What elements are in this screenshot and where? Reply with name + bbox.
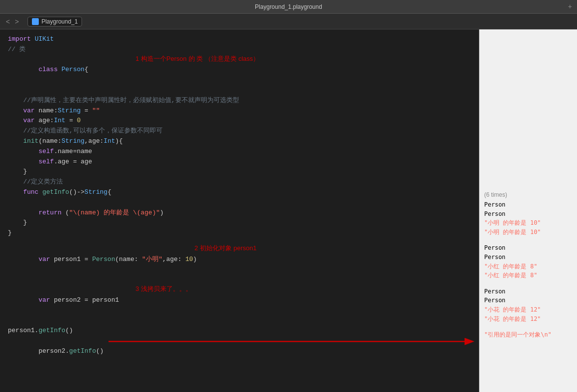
- output-line-s4-1: "引用的是同一个对象\n": [484, 330, 572, 340]
- output-line-s1-3: "小明 的年龄是 10": [484, 218, 572, 228]
- window-title: Playground_1.playground: [255, 3, 322, 10]
- output-line-s3-3: "小花 的年龄是 12": [484, 305, 572, 314]
- code-line-9: self.name=name: [8, 147, 471, 157]
- output-line-s2-1: Person: [484, 243, 572, 253]
- output-line-s1-4: "小明 的年龄是 10": [484, 228, 572, 237]
- output-line-s2-4: "小红 的年龄是 8": [484, 271, 572, 280]
- code-line-15: return ("\(name) 的年龄是 \(age)"): [8, 208, 471, 218]
- playground-icon: [32, 18, 39, 25]
- output-line-s1-2: Person: [484, 209, 572, 219]
- code-line-10: self.age = age: [8, 157, 471, 167]
- annotation-1: 1 构造一个Person 的 类 （注意是类 class）: [136, 54, 259, 64]
- code-line-12: //定义类方法: [8, 177, 471, 187]
- tab-back-button[interactable]: <: [4, 17, 12, 26]
- annotation-3: 3 浅拷贝来了。。。: [136, 284, 192, 294]
- add-panel-button[interactable]: +: [568, 3, 572, 11]
- spacer-2: [8, 387, 471, 392]
- code-line-5: var name:String = "": [8, 106, 471, 116]
- code-line-8: init(name:String,age:Int){: [8, 136, 471, 147]
- tab-bar: < > Playground_1: [0, 14, 577, 29]
- times-label: (6 times): [484, 191, 572, 198]
- arrow-1: [109, 336, 477, 347]
- code-line-6: var age:Int = 0: [8, 116, 471, 126]
- code-line-18: var person1 = Person(name: "小明",age: 10)…: [8, 244, 471, 285]
- output-section-3: Person Person "小花 的年龄是 12" "小花 的年龄是 12": [484, 287, 572, 323]
- editor-wrapper: import UIKit // 类 class Person{ 1 构造一个Pe…: [8, 34, 471, 392]
- code-line-17: }: [8, 228, 471, 238]
- code-line-19: var person2 = person1 3 浅拷贝来了。。。: [8, 285, 471, 326]
- code-line-20: person1.getInfo(): [8, 326, 471, 336]
- active-tab[interactable]: Playground_1: [27, 17, 82, 26]
- code-editor[interactable]: import UIKit // 类 class Person{ 1 构造一个Pe…: [0, 29, 479, 392]
- code-line-16: }: [8, 218, 471, 228]
- output-section-4: "引用的是同一个对象\n": [484, 330, 572, 340]
- title-bar: Playground_1.playground +: [0, 0, 577, 14]
- tab-label: Playground_1: [41, 18, 78, 25]
- output-line-s2-3: "小红 的年龄是 8": [484, 262, 572, 271]
- output-section-2: Person Person "小红 的年龄是 8" "小红 的年龄是 8": [484, 243, 572, 280]
- main-layout: import UIKit // 类 class Person{ 1 构造一个Pe…: [0, 29, 577, 392]
- output-line-s3-4: "小花 的年龄是 12": [484, 314, 572, 324]
- tab-navigation: < >: [4, 17, 21, 26]
- output-line-s2-2: Person: [484, 253, 572, 262]
- code-line-4: //声明属性，主要在类中声明属性时，必须赋初始值,要不就声明为可选类型: [8, 96, 471, 106]
- times-section: (6 times): [484, 33, 572, 200]
- code-line-7: //定义构造函数,可以有多个，保证参数不同即可: [8, 126, 471, 136]
- annotation-2: 2 初始化对象 person1: [194, 243, 256, 254]
- output-section-1: Person Person "小明 的年龄是 10" "小明 的年龄是 10": [484, 200, 572, 236]
- code-line-13: func getInfo()->String{: [8, 187, 471, 198]
- output-line-s3-1: Person: [484, 287, 572, 296]
- code-line-2: // 类: [8, 45, 471, 55]
- output-line-s1-1: Person: [484, 200, 572, 209]
- output-line-s3-2: Person: [484, 296, 572, 305]
- code-line-3: class Person{ 1 构造一个Person 的 类 （注意是类 cla…: [8, 55, 471, 96]
- code-line-14: [8, 198, 471, 208]
- code-line-11: }: [8, 167, 471, 177]
- code-line-1: import UIKit: [8, 34, 471, 45]
- tab-forward-button[interactable]: >: [13, 17, 21, 26]
- code-line-21: person2.getInfo(): [8, 336, 471, 387]
- output-panel: (6 times) Person Person "小明 的年龄是 10" "小明…: [479, 29, 577, 392]
